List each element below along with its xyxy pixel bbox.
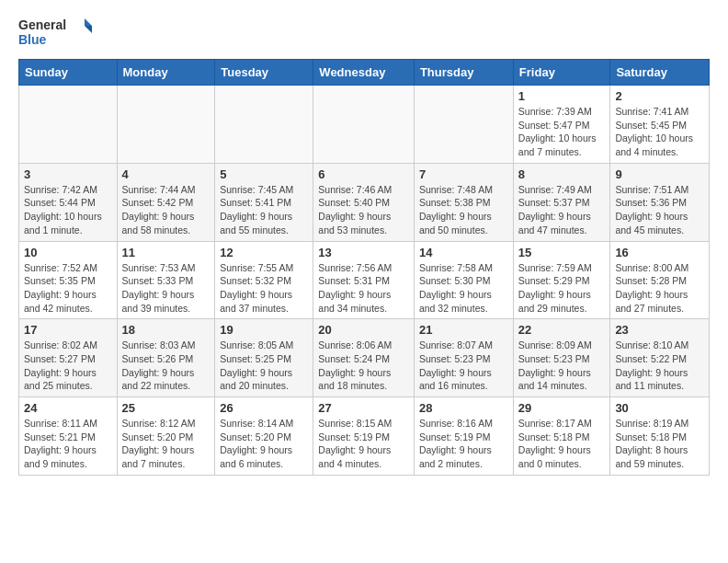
day-number: 3 bbox=[24, 167, 112, 181]
day-info: Sunrise: 7:53 AM Sunset: 5:33 PM Dayligh… bbox=[122, 261, 210, 316]
day-cell: 1Sunrise: 7:39 AM Sunset: 5:47 PM Daylig… bbox=[513, 86, 610, 164]
day-info: Sunrise: 7:42 AM Sunset: 5:44 PM Dayligh… bbox=[24, 183, 112, 237]
day-number: 30 bbox=[615, 401, 704, 415]
day-cell: 5Sunrise: 7:45 AM Sunset: 5:41 PM Daylig… bbox=[215, 163, 313, 241]
day-cell: 20Sunrise: 8:06 AM Sunset: 5:24 PM Dayli… bbox=[313, 319, 415, 397]
day-info: Sunrise: 7:56 AM Sunset: 5:31 PM Dayligh… bbox=[318, 261, 409, 316]
day-cell: 28Sunrise: 8:16 AM Sunset: 5:19 PM Dayli… bbox=[414, 397, 513, 476]
day-info: Sunrise: 7:46 AM Sunset: 5:40 PM Dayligh… bbox=[318, 183, 409, 237]
day-number: 12 bbox=[220, 246, 308, 259]
day-number: 27 bbox=[318, 401, 409, 415]
day-cell bbox=[117, 86, 215, 164]
day-cell: 10Sunrise: 7:52 AM Sunset: 5:35 PM Dayli… bbox=[19, 241, 118, 319]
day-info: Sunrise: 8:11 AM Sunset: 5:21 PM Dayligh… bbox=[24, 417, 112, 471]
day-info: Sunrise: 8:09 AM Sunset: 5:23 PM Dayligh… bbox=[518, 339, 606, 393]
day-cell: 8Sunrise: 7:49 AM Sunset: 5:37 PM Daylig… bbox=[513, 163, 610, 241]
day-cell: 23Sunrise: 8:10 AM Sunset: 5:22 PM Dayli… bbox=[610, 319, 710, 397]
day-info: Sunrise: 7:44 AM Sunset: 5:42 PM Dayligh… bbox=[122, 183, 210, 237]
day-cell: 4Sunrise: 7:44 AM Sunset: 5:42 PM Daylig… bbox=[117, 163, 215, 241]
day-number: 20 bbox=[318, 323, 409, 337]
day-number: 21 bbox=[419, 323, 508, 337]
day-cell bbox=[313, 86, 415, 164]
day-cell: 11Sunrise: 7:53 AM Sunset: 5:33 PM Dayli… bbox=[117, 241, 215, 319]
day-info: Sunrise: 8:03 AM Sunset: 5:26 PM Dayligh… bbox=[122, 339, 210, 393]
day-number: 11 bbox=[122, 246, 210, 259]
day-number: 15 bbox=[518, 246, 606, 259]
day-info: Sunrise: 8:06 AM Sunset: 5:24 PM Dayligh… bbox=[318, 339, 409, 393]
day-number: 14 bbox=[419, 246, 508, 259]
col-header-tuesday: Tuesday bbox=[215, 60, 313, 86]
day-info: Sunrise: 7:52 AM Sunset: 5:35 PM Dayligh… bbox=[24, 261, 112, 316]
day-cell: 9Sunrise: 7:51 AM Sunset: 5:36 PM Daylig… bbox=[610, 163, 710, 241]
day-cell: 12Sunrise: 7:55 AM Sunset: 5:32 PM Dayli… bbox=[215, 241, 313, 319]
day-number: 18 bbox=[122, 323, 210, 337]
week-row-2: 3Sunrise: 7:42 AM Sunset: 5:44 PM Daylig… bbox=[19, 163, 710, 241]
svg-marker-2 bbox=[85, 18, 92, 26]
day-number: 8 bbox=[518, 167, 606, 181]
week-row-1: 1Sunrise: 7:39 AM Sunset: 5:47 PM Daylig… bbox=[19, 86, 710, 164]
day-cell: 25Sunrise: 8:12 AM Sunset: 5:20 PM Dayli… bbox=[117, 397, 215, 476]
day-info: Sunrise: 7:59 AM Sunset: 5:29 PM Dayligh… bbox=[518, 261, 606, 316]
day-info: Sunrise: 7:45 AM Sunset: 5:41 PM Dayligh… bbox=[220, 183, 308, 237]
col-header-sunday: Sunday bbox=[19, 60, 118, 86]
day-cell: 18Sunrise: 8:03 AM Sunset: 5:26 PM Dayli… bbox=[117, 319, 215, 397]
day-cell: 2Sunrise: 7:41 AM Sunset: 5:45 PM Daylig… bbox=[610, 86, 710, 164]
day-info: Sunrise: 7:55 AM Sunset: 5:32 PM Dayligh… bbox=[220, 261, 308, 316]
day-number: 29 bbox=[518, 401, 606, 415]
week-row-3: 10Sunrise: 7:52 AM Sunset: 5:35 PM Dayli… bbox=[19, 241, 710, 319]
logo: General Blue bbox=[18, 15, 92, 52]
day-number: 19 bbox=[220, 323, 308, 337]
day-number: 9 bbox=[615, 167, 704, 181]
day-cell: 7Sunrise: 7:48 AM Sunset: 5:38 PM Daylig… bbox=[414, 163, 513, 241]
col-header-saturday: Saturday bbox=[610, 60, 710, 86]
day-number: 7 bbox=[419, 167, 508, 181]
day-number: 26 bbox=[220, 401, 308, 415]
day-info: Sunrise: 8:15 AM Sunset: 5:19 PM Dayligh… bbox=[318, 417, 409, 471]
day-number: 4 bbox=[122, 167, 210, 181]
day-info: Sunrise: 7:49 AM Sunset: 5:37 PM Dayligh… bbox=[518, 183, 606, 237]
day-number: 16 bbox=[615, 246, 704, 259]
day-number: 13 bbox=[318, 246, 409, 259]
day-info: Sunrise: 7:48 AM Sunset: 5:38 PM Dayligh… bbox=[419, 183, 508, 237]
day-number: 25 bbox=[122, 401, 210, 415]
day-number: 2 bbox=[615, 89, 704, 103]
day-number: 6 bbox=[318, 167, 409, 181]
day-info: Sunrise: 7:58 AM Sunset: 5:30 PM Dayligh… bbox=[419, 261, 508, 316]
day-cell: 14Sunrise: 7:58 AM Sunset: 5:30 PM Dayli… bbox=[414, 241, 513, 319]
day-cell bbox=[19, 86, 118, 164]
day-info: Sunrise: 7:51 AM Sunset: 5:36 PM Dayligh… bbox=[615, 183, 704, 237]
day-number: 24 bbox=[24, 401, 112, 415]
day-info: Sunrise: 8:14 AM Sunset: 5:20 PM Dayligh… bbox=[220, 417, 308, 471]
header-row: SundayMondayTuesdayWednesdayThursdayFrid… bbox=[19, 60, 710, 86]
page: General Blue SundayMondayTuesdayWednesda… bbox=[0, 0, 728, 494]
day-number: 22 bbox=[518, 323, 606, 337]
day-number: 1 bbox=[518, 89, 606, 103]
day-cell: 6Sunrise: 7:46 AM Sunset: 5:40 PM Daylig… bbox=[313, 163, 415, 241]
day-cell: 30Sunrise: 8:19 AM Sunset: 5:18 PM Dayli… bbox=[610, 397, 710, 476]
day-info: Sunrise: 8:19 AM Sunset: 5:18 PM Dayligh… bbox=[615, 417, 704, 471]
svg-text:Blue: Blue bbox=[18, 32, 47, 47]
svg-marker-3 bbox=[85, 26, 92, 33]
col-header-friday: Friday bbox=[513, 60, 610, 86]
day-info: Sunrise: 8:16 AM Sunset: 5:19 PM Dayligh… bbox=[419, 417, 508, 471]
day-info: Sunrise: 8:17 AM Sunset: 5:18 PM Dayligh… bbox=[518, 417, 606, 471]
day-cell: 24Sunrise: 8:11 AM Sunset: 5:21 PM Dayli… bbox=[19, 397, 118, 476]
header: General Blue bbox=[18, 15, 710, 52]
day-number: 28 bbox=[419, 401, 508, 415]
day-cell: 22Sunrise: 8:09 AM Sunset: 5:23 PM Dayli… bbox=[513, 319, 610, 397]
col-header-thursday: Thursday bbox=[414, 60, 513, 86]
day-info: Sunrise: 8:02 AM Sunset: 5:27 PM Dayligh… bbox=[24, 339, 112, 393]
day-number: 17 bbox=[24, 323, 112, 337]
day-info: Sunrise: 7:39 AM Sunset: 5:47 PM Dayligh… bbox=[518, 105, 606, 159]
day-cell: 21Sunrise: 8:07 AM Sunset: 5:23 PM Dayli… bbox=[414, 319, 513, 397]
day-cell: 27Sunrise: 8:15 AM Sunset: 5:19 PM Dayli… bbox=[313, 397, 415, 476]
day-number: 5 bbox=[220, 167, 308, 181]
day-cell: 19Sunrise: 8:05 AM Sunset: 5:25 PM Dayli… bbox=[215, 319, 313, 397]
col-header-wednesday: Wednesday bbox=[313, 60, 415, 86]
day-info: Sunrise: 8:05 AM Sunset: 5:25 PM Dayligh… bbox=[220, 339, 308, 393]
day-cell: 3Sunrise: 7:42 AM Sunset: 5:44 PM Daylig… bbox=[19, 163, 118, 241]
day-cell: 15Sunrise: 7:59 AM Sunset: 5:29 PM Dayli… bbox=[513, 241, 610, 319]
day-cell: 29Sunrise: 8:17 AM Sunset: 5:18 PM Dayli… bbox=[513, 397, 610, 476]
day-cell: 13Sunrise: 7:56 AM Sunset: 5:31 PM Dayli… bbox=[313, 241, 415, 319]
col-header-monday: Monday bbox=[117, 60, 215, 86]
